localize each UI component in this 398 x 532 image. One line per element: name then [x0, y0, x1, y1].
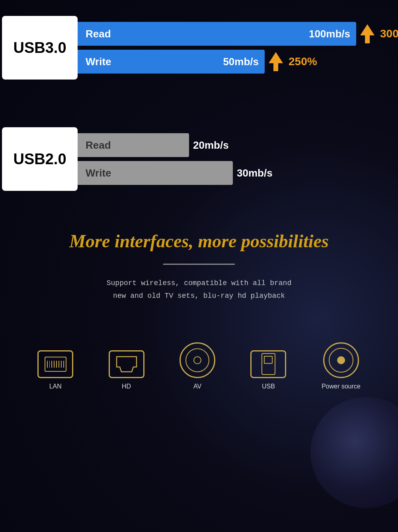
interface-hd: HD	[109, 350, 144, 390]
interface-usb: USB	[250, 350, 286, 390]
svg-marker-1	[269, 52, 283, 71]
av-icon	[185, 348, 209, 372]
lan-label: LAN	[49, 383, 62, 390]
usb20-bars: Read 20mb/s Write 30mb/s	[78, 133, 386, 185]
divider	[163, 264, 235, 265]
power-icon-box	[323, 342, 359, 378]
usb30-write-label: Write	[86, 56, 121, 68]
more-section: More interfaces, more possibilities Supp…	[0, 199, 398, 311]
usb20-write-label: Write	[86, 167, 121, 179]
usb20-read-bar: Read	[78, 133, 189, 157]
usb30-write-row: Write 50mb/s 250%	[78, 50, 398, 74]
usb30-label: USB3.0	[2, 16, 78, 80]
lan-icon-box	[37, 350, 73, 378]
support-text-line1: Support wireless, compatible with all br…	[107, 279, 291, 287]
usb20-section: USB2.0 Read 20mb/s Write 30mb/s	[0, 119, 398, 199]
usb30-write-arrow-row: 250%	[269, 52, 317, 71]
interface-lan: LAN	[37, 350, 73, 390]
hd-label: HD	[122, 383, 131, 390]
usb30-read-value: 100mb/s	[309, 28, 356, 40]
usb30-read-arrow-row: 300%	[360, 24, 398, 43]
usb20-read-row: Read 20mb/s	[78, 133, 386, 157]
support-text-line2: new and old TV sets, blu-ray hd playback	[113, 292, 285, 300]
usb30-bars: Read 100mb/s 300% Write 50mb/s	[78, 22, 398, 74]
hdmi-icon	[115, 356, 138, 373]
usb30-write-boost: 250%	[289, 55, 317, 68]
usb-label: USB	[262, 383, 275, 390]
usb20-read-label: Read	[86, 139, 121, 151]
usb-icon	[261, 353, 275, 375]
arrow-up-icon	[360, 24, 375, 43]
usb20-read-value: 20mb/s	[193, 139, 229, 151]
power-icon	[329, 348, 353, 373]
usb20-label: USB2.0	[2, 127, 78, 191]
av-label: AV	[193, 383, 201, 390]
interface-power: Power source	[322, 342, 361, 390]
power-inner-dot	[337, 356, 345, 364]
usb30-read-bar: Read 100mb/s	[78, 22, 356, 46]
av-inner-circle	[193, 356, 201, 364]
usb20-write-bar: Write	[78, 161, 233, 185]
lan-icon	[45, 357, 66, 372]
hd-icon-box	[109, 350, 144, 378]
interfaces-section: LAN HD AV	[0, 318, 398, 410]
arrow-up-icon-2	[269, 52, 283, 71]
usb30-section: USB3.0 Read 100mb/s 300% Write	[0, 0, 398, 87]
usb20-write-row: Write 30mb/s	[78, 161, 386, 185]
usb20-write-value: 30mb/s	[237, 167, 273, 179]
power-label: Power source	[322, 383, 361, 390]
svg-marker-0	[360, 24, 375, 43]
usb30-read-boost: 300%	[380, 27, 398, 40]
usb30-write-bar: Write 50mb/s	[78, 50, 265, 74]
usb30-read-label: Read	[86, 28, 121, 40]
usb-icon-box	[250, 350, 286, 378]
support-text: Support wireless, compatible with all br…	[50, 277, 348, 303]
av-icon-box	[179, 342, 215, 378]
interface-av: AV	[179, 342, 215, 390]
usb-inner	[264, 356, 273, 364]
usb30-read-row: Read 100mb/s 300%	[78, 22, 398, 46]
more-title: More interfaces, more possibilities	[8, 231, 390, 252]
usb30-write-value: 50mb/s	[223, 56, 265, 68]
